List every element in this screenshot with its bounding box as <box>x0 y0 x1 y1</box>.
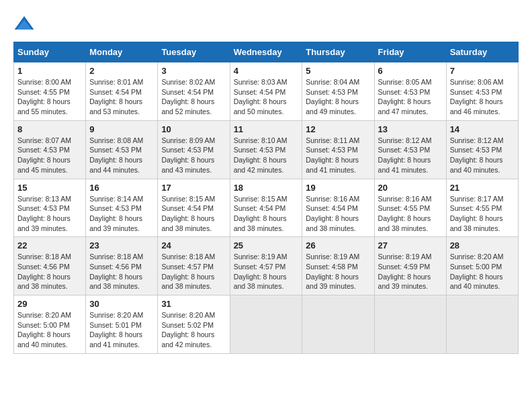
calendar-day-13: 13Sunrise: 8:12 AMSunset: 4:53 PMDayligh… <box>374 120 446 179</box>
calendar-table: SundayMondayTuesdayWednesdayThursdayFrid… <box>13 42 519 354</box>
column-header-thursday: Thursday <box>302 42 374 62</box>
calendar-day-empty-4-4 <box>302 295 374 354</box>
calendar-week-1: 1Sunrise: 8:00 AMSunset: 4:55 PMDaylight… <box>14 62 519 121</box>
calendar-day-16: 16Sunrise: 8:14 AMSunset: 4:53 PMDayligh… <box>86 179 158 237</box>
calendar-day-empty-4-5 <box>374 295 446 354</box>
calendar-day-14: 14Sunrise: 8:12 AMSunset: 4:53 PMDayligh… <box>446 120 518 179</box>
calendar-day-25: 25Sunrise: 8:19 AMSunset: 4:57 PMDayligh… <box>230 237 302 295</box>
column-header-wednesday: Wednesday <box>230 42 302 62</box>
calendar-day-26: 26Sunrise: 8:19 AMSunset: 4:58 PMDayligh… <box>302 237 374 295</box>
calendar-day-9: 9Sunrise: 8:08 AMSunset: 4:53 PMDaylight… <box>86 120 158 179</box>
calendar-day-27: 27Sunrise: 8:19 AMSunset: 4:59 PMDayligh… <box>374 237 446 295</box>
calendar-day-19: 19Sunrise: 8:16 AMSunset: 4:54 PMDayligh… <box>302 179 374 237</box>
column-header-saturday: Saturday <box>446 42 518 62</box>
calendar-day-23: 23Sunrise: 8:18 AMSunset: 4:56 PMDayligh… <box>86 237 158 295</box>
calendar-week-2: 8Sunrise: 8:07 AMSunset: 4:53 PMDaylight… <box>14 120 519 179</box>
calendar-day-5: 5Sunrise: 8:04 AMSunset: 4:53 PMDaylight… <box>302 62 374 121</box>
calendar-day-30: 30Sunrise: 8:20 AMSunset: 5:01 PMDayligh… <box>86 295 158 354</box>
calendar-day-31: 31Sunrise: 8:20 AMSunset: 5:02 PMDayligh… <box>158 295 230 354</box>
calendar-day-10: 10Sunrise: 8:09 AMSunset: 4:53 PMDayligh… <box>158 120 230 179</box>
column-header-sunday: Sunday <box>14 42 86 62</box>
calendar-day-2: 2Sunrise: 8:01 AMSunset: 4:54 PMDaylight… <box>86 62 158 121</box>
column-header-tuesday: Tuesday <box>158 42 230 62</box>
calendar-day-15: 15Sunrise: 8:13 AMSunset: 4:53 PMDayligh… <box>14 179 86 237</box>
calendar-day-3: 3Sunrise: 8:02 AMSunset: 4:54 PMDaylight… <box>158 62 230 121</box>
calendar-day-6: 6Sunrise: 8:05 AMSunset: 4:53 PMDaylight… <box>374 62 446 121</box>
calendar-day-18: 18Sunrise: 8:15 AMSunset: 4:54 PMDayligh… <box>230 179 302 237</box>
calendar-day-24: 24Sunrise: 8:18 AMSunset: 4:57 PMDayligh… <box>158 237 230 295</box>
calendar-day-7: 7Sunrise: 8:06 AMSunset: 4:53 PMDaylight… <box>446 62 518 121</box>
calendar-day-21: 21Sunrise: 8:17 AMSunset: 4:55 PMDayligh… <box>446 179 518 237</box>
calendar-day-12: 12Sunrise: 8:11 AMSunset: 4:53 PMDayligh… <box>302 120 374 179</box>
calendar-header-row: SundayMondayTuesdayWednesdayThursdayFrid… <box>14 42 519 62</box>
calendar-day-17: 17Sunrise: 8:15 AMSunset: 4:54 PMDayligh… <box>158 179 230 237</box>
calendar-day-empty-4-6 <box>446 295 518 354</box>
calendar-day-11: 11Sunrise: 8:10 AMSunset: 4:53 PMDayligh… <box>230 120 302 179</box>
calendar-day-22: 22Sunrise: 8:18 AMSunset: 4:56 PMDayligh… <box>14 237 86 295</box>
calendar-day-1: 1Sunrise: 8:00 AMSunset: 4:55 PMDaylight… <box>14 62 86 121</box>
calendar-day-20: 20Sunrise: 8:16 AMSunset: 4:55 PMDayligh… <box>374 179 446 237</box>
calendar-day-empty-4-3 <box>230 295 302 354</box>
calendar-day-28: 28Sunrise: 8:20 AMSunset: 5:00 PMDayligh… <box>446 237 518 295</box>
logo-icon <box>13 13 35 35</box>
calendar-day-29: 29Sunrise: 8:20 AMSunset: 5:00 PMDayligh… <box>14 295 86 354</box>
calendar-week-4: 22Sunrise: 8:18 AMSunset: 4:56 PMDayligh… <box>14 237 519 295</box>
column-header-friday: Friday <box>374 42 446 62</box>
page-header <box>13 13 519 35</box>
calendar-day-8: 8Sunrise: 8:07 AMSunset: 4:53 PMDaylight… <box>14 120 86 179</box>
calendar-week-3: 15Sunrise: 8:13 AMSunset: 4:53 PMDayligh… <box>14 179 519 237</box>
logo <box>13 13 39 35</box>
column-header-monday: Monday <box>86 42 158 62</box>
calendar-week-5: 29Sunrise: 8:20 AMSunset: 5:00 PMDayligh… <box>14 295 519 354</box>
calendar-day-4: 4Sunrise: 8:03 AMSunset: 4:54 PMDaylight… <box>230 62 302 121</box>
